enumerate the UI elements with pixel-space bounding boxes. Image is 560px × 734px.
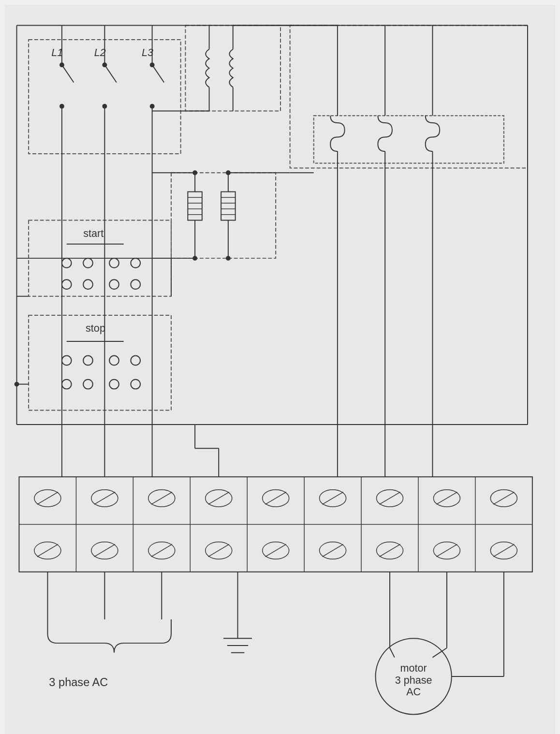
motor-label-line3: AC (406, 686, 421, 698)
start-label: start (83, 227, 103, 239)
l3-label: L3 (142, 46, 153, 59)
motor-label-line1: motor (400, 662, 427, 674)
l1-label: L1 (51, 46, 63, 59)
stop-label: stop (86, 322, 105, 334)
three-phase-ac-label: 3 phase AC (49, 676, 108, 689)
l2-label: L2 (94, 46, 106, 59)
diagram-container: L1 L2 L3 (5, 5, 555, 734)
svg-rect-0 (5, 11, 555, 733)
motor-label-line2: 3 phase (395, 674, 432, 686)
svg-point-48 (226, 256, 231, 261)
